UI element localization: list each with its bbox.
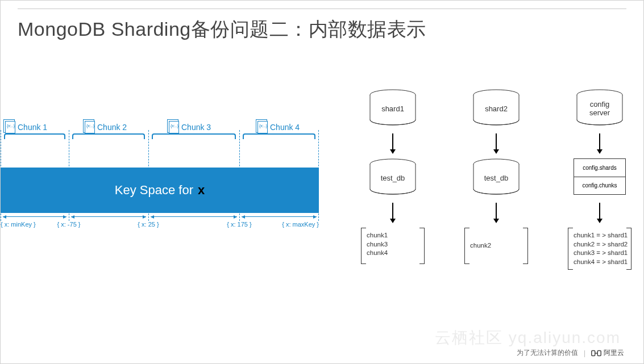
- range-arrow: [3, 216, 67, 217]
- arrow-down-icon: [496, 203, 497, 222]
- chunk-label-text: Chunk 2: [97, 123, 127, 132]
- shard-cylinder: shard1: [368, 89, 417, 125]
- shard1-column: shard1 test_db chunk1 chunk3 chunk4: [347, 89, 438, 264]
- config-collection: config.chunks: [574, 177, 625, 195]
- key-tick: { x: -75 }: [57, 221, 81, 228]
- chunk-list: chunk2: [462, 228, 530, 264]
- shard2-column: shard2 test_db chunk2: [451, 89, 542, 264]
- brand-name: 阿里云: [604, 348, 624, 358]
- page-title: MongoDB Sharding备份问题二：内部数据表示: [18, 16, 426, 43]
- key-tick: { x: maxKey }: [282, 221, 319, 228]
- svg-rect-6: [597, 350, 601, 355]
- shard-cylinder: shard2: [472, 89, 521, 125]
- chunk-label-text: Chunk 3: [181, 123, 211, 132]
- chunk-label: {x:..}Chunk 2: [85, 121, 127, 133]
- range-arrow: [71, 216, 146, 217]
- shard-label: shard1: [368, 89, 417, 125]
- key-tick: { x: 25 }: [138, 221, 159, 228]
- arrow-down-icon: [496, 133, 497, 153]
- brand-logo: 阿里云: [591, 348, 624, 358]
- chunk-item: chunk3: [367, 240, 422, 249]
- document-icon: {x:..}: [257, 121, 268, 133]
- chunk-map-list: chunk1 = > shard1 chunk2 = > shard2 chun…: [566, 228, 634, 270]
- chunk-brace: [243, 133, 315, 139]
- keyspace-label: Key Space for: [115, 183, 193, 198]
- document-icon: {x:..}: [85, 121, 95, 133]
- chunk-map-item: chunk3 = > shard1: [574, 249, 629, 258]
- chunk-brace: [4, 133, 65, 139]
- db-label: test_db: [368, 158, 417, 195]
- chunk-label: {x:..}Chunk 1: [5, 121, 47, 133]
- chunk-item: chunk1: [367, 231, 422, 240]
- config-cylinder: config server: [575, 89, 624, 125]
- chunk-map-item: chunk1 = > shard1: [574, 231, 629, 240]
- db-cylinder: test_db: [368, 158, 417, 195]
- footer-text: 为了无法计算的价值: [517, 348, 578, 358]
- footer-separator: |: [584, 349, 585, 357]
- chunk-map-item: chunk2 = > shard2: [574, 240, 629, 249]
- key-tick: { x: 175 }: [227, 221, 251, 228]
- chunk-label-text: Chunk 4: [270, 123, 300, 132]
- chunk-brace: [152, 133, 236, 139]
- svg-rect-5: [592, 350, 595, 355]
- chunk-list: chunk1 chunk3 chunk4: [359, 228, 427, 264]
- divider: [18, 9, 626, 9]
- chunk-label-text: Chunk 1: [18, 123, 47, 132]
- chunk-item: chunk4: [367, 249, 422, 258]
- arrow-down-icon: [392, 133, 393, 153]
- watermark: 云栖社区 yq.aliyun.com: [435, 327, 621, 349]
- range-arrow: [151, 216, 237, 217]
- document-icon: {x:..}: [169, 121, 179, 133]
- chunk-item: chunk2: [470, 241, 491, 250]
- config-label: config server: [575, 89, 624, 125]
- arrow-down-icon: [599, 203, 600, 222]
- key-tick: { x: minKey }: [1, 221, 36, 228]
- config-server-column: config server config.shards config.chunk…: [554, 89, 644, 270]
- arrow-down-icon: [599, 133, 600, 153]
- keyspace-var: x: [198, 183, 205, 198]
- chunk-brace: [72, 133, 145, 139]
- config-collection: config.shards: [574, 159, 625, 177]
- range-arrow: [242, 216, 317, 217]
- keyspace-bar: Key Space for x: [1, 168, 319, 213]
- db-cylinder: test_db: [472, 158, 521, 195]
- footer: 为了无法计算的价值 | 阿里云: [517, 348, 624, 358]
- chunk-map-item: chunk4 = > shard1: [574, 258, 629, 267]
- aliyun-icon: [591, 349, 601, 357]
- arrow-down-icon: [392, 203, 393, 222]
- config-collections-table: config.shards config.chunks: [574, 158, 626, 195]
- shard-label: shard2: [472, 89, 521, 125]
- chunk-label: {x:..}Chunk 4: [257, 121, 300, 133]
- db-label: test_db: [472, 158, 521, 195]
- document-icon: {x:..}: [5, 121, 15, 133]
- chunk-label: {x:..}Chunk 3: [169, 121, 211, 133]
